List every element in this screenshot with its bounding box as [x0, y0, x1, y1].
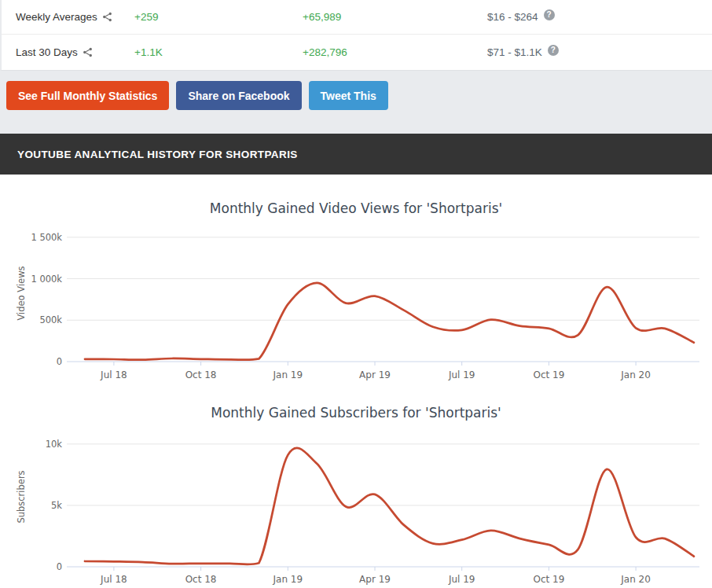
stats-table: Weekly Averages +259 +65,989 $16 - $264 …	[0, 0, 712, 71]
weekly-subscribers-gained: +259	[134, 11, 303, 23]
y-tick-label: 0	[57, 561, 62, 572]
action-buttons-band: See Full Monthly Statistics Share on Fac…	[0, 71, 712, 134]
x-tick-label: Jan 20	[620, 574, 651, 585]
share-icon[interactable]	[102, 12, 112, 22]
series-line[interactable]	[85, 448, 694, 564]
chart-title: Monthly Gained Video Views for 'Shortpar…	[210, 200, 502, 216]
question-icon[interactable]: ?	[548, 45, 559, 56]
y-tick-label: 500k	[39, 314, 62, 325]
y-tick-label: 1 500k	[31, 232, 62, 243]
x-tick-label: Jan 19	[273, 369, 303, 380]
earnings-text: $16 - $264	[487, 11, 538, 23]
subscribers-chart-svg: 05k10kJul 18Oct 18Jan 19Apr 19Jul 19Oct …	[0, 389, 712, 588]
x-tick-label: Jul 19	[448, 369, 475, 380]
subscribers-chart: 05k10kJul 18Oct 18Jan 19Apr 19Jul 19Oct …	[0, 389, 712, 588]
x-tick-label: Apr 19	[359, 369, 391, 380]
x-tick-label: Oct 18	[185, 369, 217, 380]
x-tick-label: Apr 19	[359, 574, 391, 585]
monthly-estimated-earnings: $71 - $1.1K ?	[487, 46, 712, 58]
x-tick-label: Jan 20	[620, 369, 651, 380]
y-tick-label: 10k	[46, 439, 63, 450]
x-tick-label: Jul 18	[100, 574, 127, 585]
row-label-text: Weekly Averages	[16, 11, 97, 23]
tweet-this-button[interactable]: Tweet This	[309, 81, 388, 110]
monthly-subscribers-gained: +1.1K	[134, 46, 303, 58]
x-tick-label: Oct 18	[185, 574, 217, 585]
monthly-views-gained: +282,796	[303, 46, 487, 58]
see-full-monthly-statistics-button[interactable]: See Full Monthly Statistics	[6, 81, 169, 110]
table-row-weekly-averages: Weekly Averages +259 +65,989 $16 - $264 …	[2, 0, 712, 34]
table-row-last-30-days: Last 30 Days +1.1K +282,796 $71 - $1.1K …	[2, 34, 712, 70]
row-label-text: Last 30 Days	[16, 46, 78, 58]
weekly-views-gained: +65,989	[303, 11, 487, 23]
question-icon[interactable]: ?	[544, 9, 555, 20]
row-label-weekly-averages: Weekly Averages	[2, 11, 134, 23]
x-tick-label: Oct 19	[533, 369, 564, 380]
page: Weekly Averages +259 +65,989 $16 - $264 …	[0, 0, 712, 588]
video-views-chart: 0500k1 000k1 500kJul 18Oct 18Jan 19Apr 1…	[0, 175, 712, 389]
x-tick-label: Jul 18	[100, 369, 127, 380]
y-tick-label: 0	[57, 356, 62, 367]
x-tick-label: Oct 19	[533, 574, 564, 585]
share-icon[interactable]	[83, 47, 93, 57]
video-views-chart-svg: 0500k1 000k1 500kJul 18Oct 18Jan 19Apr 1…	[0, 175, 712, 389]
y-tick-label: 5k	[51, 500, 62, 511]
y-tick-label: 1 000k	[31, 274, 62, 285]
x-tick-label: Jan 19	[273, 574, 303, 585]
weekly-estimated-earnings: $16 - $264 ?	[487, 11, 712, 23]
earnings-text: $71 - $1.1K	[487, 46, 542, 58]
y-axis-title: Video Views	[16, 266, 27, 320]
charts-section: 0500k1 000k1 500kJul 18Oct 18Jan 19Apr 1…	[0, 175, 712, 588]
y-axis-title: Subscribers	[16, 470, 27, 523]
analytical-history-title: YOUTUBE ANALYTICAL HISTORY FOR SHORTPARI…	[17, 149, 298, 160]
chart-title: Monthly Gained Subscribers for 'Shortpar…	[211, 405, 501, 421]
series-line[interactable]	[85, 283, 694, 360]
x-tick-label: Jul 19	[448, 574, 475, 585]
row-label-last-30-days: Last 30 Days	[2, 46, 134, 58]
share-on-facebook-button[interactable]: Share on Facebook	[176, 81, 301, 110]
analytical-history-header: YOUTUBE ANALYTICAL HISTORY FOR SHORTPARI…	[0, 134, 712, 175]
